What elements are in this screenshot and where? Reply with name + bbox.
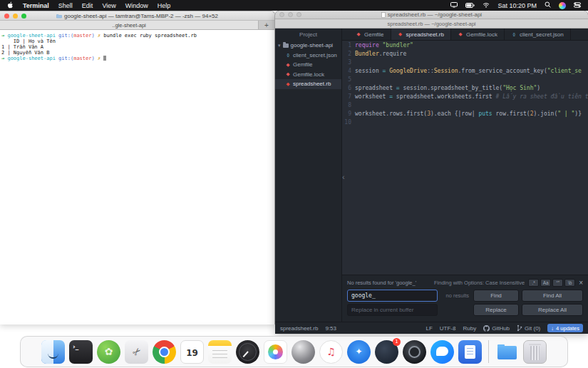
selection-option[interactable]: “”: [552, 279, 563, 287]
tree-item-label: Gemfile.lock: [293, 71, 324, 78]
regex-option[interactable]: .*: [528, 279, 539, 287]
grammar-indicator[interactable]: Ruby: [463, 325, 476, 332]
desktop: Terminal ShellEditViewWindowHelp Sat 10:…: [0, 0, 588, 368]
cursor-position[interactable]: 9:53: [325, 325, 336, 332]
battery-icon[interactable]: [465, 2, 475, 9]
terminal-tab[interactable]: ..gle-sheet-api: [0, 21, 259, 29]
search-icon[interactable]: [545, 1, 551, 9]
menu-item-shell[interactable]: Shell: [58, 2, 73, 9]
updates-badge[interactable]: ↓ 4 updates: [547, 324, 583, 332]
find-options-label: Finding with Options: Case Insensitive: [434, 280, 525, 286]
tree-item-Gemfile.lock[interactable]: ◆Gemfile.lock: [275, 70, 341, 80]
editor-titlebar[interactable]: spreadsheet.rb — ~/google-sheet-api: [275, 11, 588, 19]
case-option[interactable]: Aa: [540, 279, 551, 287]
music-icon[interactable]: ♫: [319, 340, 343, 364]
zoom-window-button[interactable]: [296, 12, 301, 17]
tree-item-google-sheet-api[interactable]: ▾google-sheet-api: [275, 41, 341, 51]
new-tab-button[interactable]: +: [259, 21, 274, 29]
tab-Gemfile[interactable]: ◆Gemfile: [349, 29, 391, 40]
tree-item-label: client_secret.json: [293, 52, 337, 58]
sphere-app-icon[interactable]: [292, 340, 315, 364]
zoom-window-button[interactable]: [21, 14, 26, 19]
dock-divider: [488, 340, 489, 363]
find-input[interactable]: google_: [347, 290, 438, 302]
trash-icon[interactable]: [523, 340, 547, 364]
whole-word-option[interactable]: \b: [564, 279, 575, 287]
siri-icon[interactable]: [559, 2, 566, 9]
close-find-panel-button[interactable]: ×: [579, 280, 583, 287]
terminal-titlebar[interactable]: google-sheet-api — tamtran@Tams-MBP-2 — …: [0, 11, 274, 21]
code-editor[interactable]: 1require "bundler"2Bundler.require34sess…: [342, 41, 588, 275]
minimize-window-button[interactable]: [13, 14, 18, 19]
close-window-button[interactable]: [4, 14, 9, 19]
document-proxy-icon: [381, 12, 386, 18]
project-tree-panel: Project ▾google-sheet-api{}client_secret…: [275, 29, 342, 322]
git-status[interactable]: Git (0): [517, 324, 540, 332]
find-all-button[interactable]: Find All: [522, 290, 583, 302]
wifi-icon[interactable]: [483, 2, 490, 9]
blue-docs-app-icon[interactable]: [458, 340, 482, 364]
gauge-app-icon[interactable]: [236, 340, 259, 364]
apple-menu-icon[interactable]: [7, 1, 14, 9]
terminal-line: 2 | Nguyễn Văn B: [1, 50, 273, 56]
download-icon: ↓: [551, 325, 554, 332]
scissors-app-icon[interactable]: ✂: [125, 340, 148, 364]
tree-item-spreadsheet.rb[interactable]: ◆spreadsheet.rb: [275, 79, 341, 89]
replace-button[interactable]: Replace: [473, 304, 519, 316]
menu-item-view[interactable]: View: [102, 2, 115, 9]
calendar-icon[interactable]: 19: [180, 340, 204, 364]
menu-item-help[interactable]: Help: [158, 2, 171, 9]
terminal-tab-bar: ..gle-sheet-api +: [0, 21, 274, 30]
editor-main: Project ▾google-sheet-api{}client_secret…: [275, 29, 588, 322]
line-ending-indicator[interactable]: LF: [425, 325, 432, 332]
tree-item-label: google-sheet-api: [291, 42, 334, 48]
find-replace-panel: No results found for 'google_' Finding w…: [342, 275, 588, 322]
terminal-content[interactable]: → google-sheet-api git:(master) ✗ bundle…: [0, 30, 274, 64]
messenger-icon[interactable]: [430, 340, 454, 364]
terminal-line: → google-sheet-api git:(master) ✗ bundle…: [1, 33, 273, 39]
find-button[interactable]: Find: [473, 290, 519, 302]
dark-app-badge-icon[interactable]: 1: [375, 340, 398, 364]
folder-icon: [283, 44, 289, 48]
tree-item-Gemfile[interactable]: ◆Gemfile: [275, 60, 341, 70]
chrome-icon[interactable]: [153, 340, 176, 364]
notes-icon[interactable]: [208, 340, 232, 364]
menu-item-edit[interactable]: Edit: [82, 2, 93, 9]
control-center-icon[interactable]: [574, 2, 581, 9]
minimize-window-button[interactable]: [288, 12, 293, 17]
green-flower-app-icon[interactable]: ✿: [97, 340, 120, 364]
close-window-button[interactable]: [279, 12, 284, 17]
encoding-indicator[interactable]: UTF-8: [440, 325, 456, 332]
terminal-app-icon[interactable]: ›_: [69, 340, 93, 364]
status-file-name[interactable]: spreadsheet.rb: [280, 325, 318, 332]
gem-file-icon: ◆: [356, 31, 361, 37]
line-number: 6: [342, 84, 355, 93]
tree-toggle-chevron-icon[interactable]: ‹: [342, 173, 345, 181]
replace-input[interactable]: Replace in current buffer: [347, 304, 438, 316]
chevron-down-icon[interactable]: ▾: [278, 43, 281, 48]
dock-folder-icon[interactable]: [495, 340, 519, 364]
tab-spreadsheet.rb[interactable]: ◆spreadsheet.rb: [391, 29, 451, 40]
tab-client_secret.json[interactable]: {}client_secret.json: [505, 29, 571, 40]
code-line: 8: [342, 101, 588, 110]
app-menu-title[interactable]: Terminal: [23, 2, 49, 9]
code-line: 2Bundler.require: [342, 50, 588, 58]
photos-icon[interactable]: [264, 340, 287, 364]
display-status-icon[interactable]: [450, 2, 458, 9]
editor-title-tab[interactable]: spreadsheet.rb — ~/google-sheet-api: [275, 19, 588, 29]
lens-app-icon[interactable]: [403, 340, 426, 364]
menu-clock[interactable]: Sat 10:20 PM: [497, 2, 537, 9]
line-number: 8: [342, 101, 355, 110]
menu-item-window[interactable]: Window: [125, 2, 148, 9]
line-number: 4: [342, 67, 355, 76]
tab-Gemfile.lock[interactable]: ◆Gemfile.lock: [451, 29, 505, 40]
finder-icon[interactable]: [41, 340, 65, 364]
testflight-icon[interactable]: ✦: [347, 340, 371, 364]
github-status[interactable]: GitHub: [483, 325, 510, 332]
terminal-line: ID | Họ và Tên: [1, 39, 273, 44]
replace-all-button[interactable]: Replace All: [522, 304, 583, 316]
tree-item-label: spreadsheet.rb: [293, 81, 331, 87]
tree-item-client_secret.json[interactable]: {}client_secret.json: [275, 51, 341, 61]
code-lines: 1require "bundler"2Bundler.require34sess…: [342, 41, 588, 127]
ruby-file-icon: ◆: [398, 31, 403, 37]
